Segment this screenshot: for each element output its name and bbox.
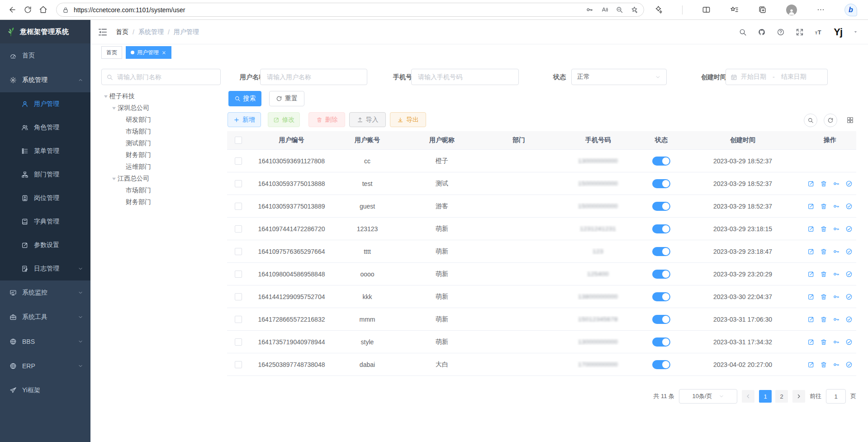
breadcrumb-system[interactable]: 系统管理 <box>138 28 164 36</box>
username-input[interactable] <box>266 73 361 81</box>
sidebar-item-bbs[interactable]: BBS <box>0 329 90 354</box>
tree-node[interactable]: 市场部门 <box>101 185 224 196</box>
delete-button[interactable] <box>820 180 827 187</box>
date-range-picker[interactable]: 开始日期 - 结束日期 <box>726 69 828 85</box>
select-all-checkbox[interactable] <box>235 137 242 144</box>
delete-button[interactable] <box>820 203 827 210</box>
sidebar-item-erp[interactable]: ERP <box>0 354 90 378</box>
reset-password-button[interactable] <box>833 248 840 255</box>
reset-password-button[interactable] <box>833 271 840 278</box>
text-size-icon[interactable]: TT <box>815 28 823 36</box>
breadcrumb-home[interactable]: 首页 <box>116 28 128 36</box>
tree-node[interactable]: 橙子科技 <box>101 90 224 102</box>
status-toggle[interactable] <box>652 224 670 233</box>
delete-button[interactable] <box>820 293 827 300</box>
assign-role-button[interactable] <box>845 361 853 368</box>
delete-button[interactable]: 删除 <box>308 112 345 127</box>
status-toggle[interactable] <box>652 247 670 256</box>
reset-password-button[interactable] <box>833 180 840 187</box>
add-button[interactable]: 新增 <box>228 112 261 127</box>
tree-node[interactable]: 测试部门 <box>101 138 224 149</box>
collections-icon[interactable] <box>758 5 767 14</box>
edit-button[interactable] <box>807 225 815 233</box>
assign-role-button[interactable] <box>845 225 853 233</box>
status-toggle[interactable] <box>652 292 670 301</box>
show-search-button[interactable] <box>804 114 817 127</box>
tree-node[interactable]: 江西总公司 <box>101 173 224 185</box>
sidebar-item-user-mgmt[interactable]: 用户管理 <box>0 92 90 116</box>
sidebar-item-dict-mgmt[interactable]: 字典管理 <box>0 210 90 233</box>
zoom-out-icon[interactable] <box>616 6 623 14</box>
edit-button[interactable] <box>807 338 815 346</box>
tab-home[interactable]: 首页 <box>101 46 122 59</box>
assign-role-button[interactable] <box>845 338 853 346</box>
assign-role-button[interactable] <box>845 293 853 300</box>
delete-button[interactable] <box>820 338 827 346</box>
assign-role-button[interactable] <box>845 203 853 210</box>
tree-node[interactable]: 市场部门 <box>101 126 224 138</box>
sidebar-item-menu-mgmt[interactable]: 菜单管理 <box>0 139 90 163</box>
delete-button[interactable] <box>820 225 827 233</box>
delete-button[interactable] <box>820 361 827 368</box>
assign-role-button[interactable] <box>845 316 853 323</box>
row-checkbox[interactable] <box>235 338 242 346</box>
fullscreen-icon[interactable] <box>796 28 804 36</box>
sidebar-item-system-tools[interactable]: 系统工具 <box>0 305 90 329</box>
status-toggle[interactable] <box>652 157 670 166</box>
edit-button[interactable] <box>807 316 815 323</box>
row-checkbox[interactable] <box>235 248 242 255</box>
page-size-select[interactable]: 10条/页 <box>679 389 737 404</box>
back-button[interactable] <box>5 2 20 18</box>
delete-button[interactable] <box>820 271 827 278</box>
edit-button[interactable] <box>807 271 815 278</box>
close-icon[interactable] <box>161 50 166 55</box>
caret-down-icon[interactable] <box>853 29 858 34</box>
search-icon[interactable] <box>739 28 747 36</box>
search-button[interactable]: 搜索 <box>228 91 261 106</box>
refresh-button[interactable] <box>20 2 35 18</box>
status-toggle[interactable] <box>652 270 670 279</box>
extensions-icon[interactable] <box>654 5 663 14</box>
tree-caret-icon[interactable] <box>110 175 118 182</box>
home-button[interactable] <box>35 2 51 18</box>
status-toggle[interactable] <box>652 315 670 324</box>
status-toggle[interactable] <box>652 337 670 347</box>
reset-password-button[interactable] <box>833 316 840 323</box>
status-toggle[interactable] <box>652 202 670 211</box>
goto-page-input[interactable] <box>826 389 846 404</box>
row-checkbox[interactable] <box>235 203 242 210</box>
edit-button[interactable] <box>807 361 815 368</box>
tab-user-mgmt[interactable]: 用户管理 <box>126 46 171 59</box>
status-toggle[interactable] <box>652 360 670 369</box>
sidebar-item-param-settings[interactable]: 参数设置 <box>0 233 90 257</box>
row-checkbox[interactable] <box>235 361 242 368</box>
favorites-bar-icon[interactable] <box>730 5 739 14</box>
tree-node[interactable]: 深圳总公司 <box>101 102 224 114</box>
more-menu-icon[interactable] <box>816 5 825 14</box>
row-checkbox[interactable] <box>235 180 242 187</box>
status-toggle[interactable] <box>652 179 670 188</box>
delete-button[interactable] <box>820 248 827 255</box>
tree-caret-icon[interactable] <box>110 105 118 112</box>
help-icon[interactable] <box>777 28 785 36</box>
sidebar-item-system-monitor[interactable]: 系统监控 <box>0 280 90 305</box>
refresh-table-button[interactable] <box>824 114 837 127</box>
tree-caret-icon[interactable] <box>102 93 109 100</box>
row-checkbox[interactable] <box>235 293 242 300</box>
sidebar-item-post-mgmt[interactable]: 岗位管理 <box>0 186 90 210</box>
edit-button[interactable]: 修改 <box>268 112 300 127</box>
favorite-star-icon[interactable] <box>631 6 638 14</box>
sidebar-item-system-mgmt[interactable]: 系统管理 <box>0 68 90 92</box>
collapse-sidebar-button[interactable] <box>98 27 108 37</box>
prev-page-button[interactable] <box>742 390 754 403</box>
password-key-icon[interactable] <box>586 6 593 14</box>
reset-button[interactable]: 重置 <box>269 91 304 106</box>
tree-node[interactable]: 财务部门 <box>101 196 224 208</box>
row-checkbox[interactable] <box>235 271 242 278</box>
row-checkbox[interactable] <box>235 157 242 165</box>
assign-role-button[interactable] <box>845 180 853 187</box>
read-aloud-icon[interactable] <box>601 6 608 14</box>
edit-button[interactable] <box>807 293 815 300</box>
assign-role-button[interactable] <box>845 248 853 255</box>
split-screen-icon[interactable] <box>702 5 711 14</box>
